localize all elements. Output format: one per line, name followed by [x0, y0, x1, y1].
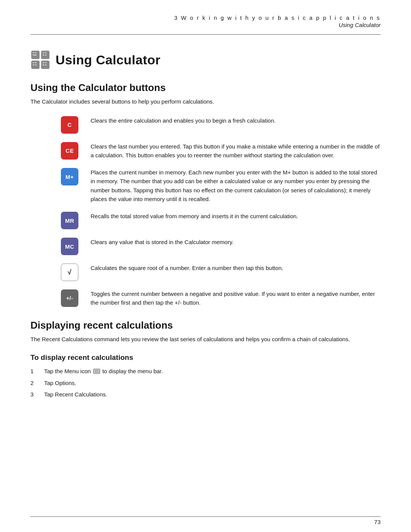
section-title: Using Calculator [30, 22, 381, 28]
subsection-heading: To display recent calculations [30, 353, 381, 362]
svg-rect-9 [43, 54, 44, 56]
calculator-icon [30, 50, 50, 70]
step-1: 1 Tap the Menu icon to display the menu … [30, 367, 381, 376]
section2-intro: The Recent Calculations command lets you… [30, 335, 381, 344]
button-row-sqrt: √ Calculates the square root of a number… [61, 264, 381, 281]
svg-rect-4 [33, 52, 34, 53]
svg-rect-13 [33, 64, 34, 66]
steps-list: 1 Tap the Menu icon to display the menu … [30, 367, 381, 399]
section1-heading: Using the Calculator buttons [30, 82, 381, 94]
section2-heading: Displaying recent calculations [30, 320, 381, 331]
step-2-number: 2 [30, 379, 37, 388]
button-row-mr: MR Recalls the total stored value from m… [61, 212, 381, 229]
button-rows: C Clears the entire calculation and enab… [61, 116, 381, 307]
mr-button: MR [61, 212, 78, 229]
chapter-title: 3 W o r k i n g w i t h y o u r b a s i … [30, 14, 381, 21]
page-container: 3 W o r k i n g w i t h y o u r b a s i … [0, 0, 411, 532]
mplus-button: M+ [61, 168, 78, 185]
svg-rect-15 [43, 62, 44, 63]
footer-divider [30, 516, 381, 517]
section1: Using the Calculator buttons The Calcula… [30, 82, 381, 307]
svg-rect-14 [35, 64, 37, 66]
c-button: C [61, 116, 78, 134]
plusminus-description: Toggles the current number between a neg… [91, 289, 381, 307]
step-2-text: Tap Options. [44, 379, 76, 388]
menu-icon [93, 369, 100, 374]
button-row-c: C Clears the entire calculation and enab… [61, 116, 381, 134]
sqrt-description: Calculates the square root of a number. … [91, 264, 381, 272]
button-row-mc: MC Clears any value that is stored in th… [61, 238, 381, 255]
page-number: 73 [374, 519, 381, 525]
mr-description: Recalls the total stored value from memo… [91, 212, 381, 220]
button-row-plusminus: +/- Toggles the current number between a… [61, 289, 381, 307]
svg-rect-10 [45, 54, 46, 56]
c-description: Clears the entire calculation and enable… [91, 116, 381, 125]
page-title-row: Using Calculator [30, 50, 381, 70]
section2: Displaying recent calculations The Recen… [30, 320, 381, 399]
svg-rect-17 [43, 64, 44, 66]
step-3: 3 Tap Recent Calculations. [30, 390, 381, 399]
step-1-text: Tap the Menu icon to display the menu ba… [44, 367, 163, 376]
ce-description: Clears the last number you entered. Tap … [91, 142, 381, 160]
page-header: 3 W o r k i n g w i t h y o u r b a s i … [0, 0, 411, 31]
button-row-ce: CE Clears the last number you entered. T… [61, 142, 381, 160]
step-2: 2 Tap Options. [30, 379, 381, 388]
svg-rect-12 [35, 62, 37, 63]
svg-rect-7 [43, 52, 44, 53]
mplus-description: Places the current number in memory. Eac… [91, 168, 381, 203]
ce-button: CE [61, 142, 78, 160]
svg-rect-11 [33, 62, 34, 63]
plusminus-button: +/- [61, 289, 78, 307]
step-3-text: Tap Recent Calculations. [44, 390, 107, 399]
mc-button: MC [61, 238, 78, 255]
main-content: Using Calculator Using the Calculator bu… [0, 35, 411, 425]
page-title: Using Calculator [56, 53, 161, 67]
svg-rect-16 [45, 62, 46, 63]
svg-rect-6 [33, 54, 37, 56]
svg-rect-5 [35, 52, 37, 53]
svg-rect-8 [45, 52, 46, 53]
step-1-number: 1 [30, 367, 37, 376]
step-3-number: 3 [30, 390, 37, 399]
svg-rect-18 [45, 64, 46, 66]
mc-description: Clears any value that is stored in the C… [91, 238, 381, 246]
sqrt-button: √ [61, 264, 78, 281]
section1-intro: The Calculator includes several buttons … [30, 97, 381, 106]
button-row-mplus: M+ Places the current number in memory. … [61, 168, 381, 203]
